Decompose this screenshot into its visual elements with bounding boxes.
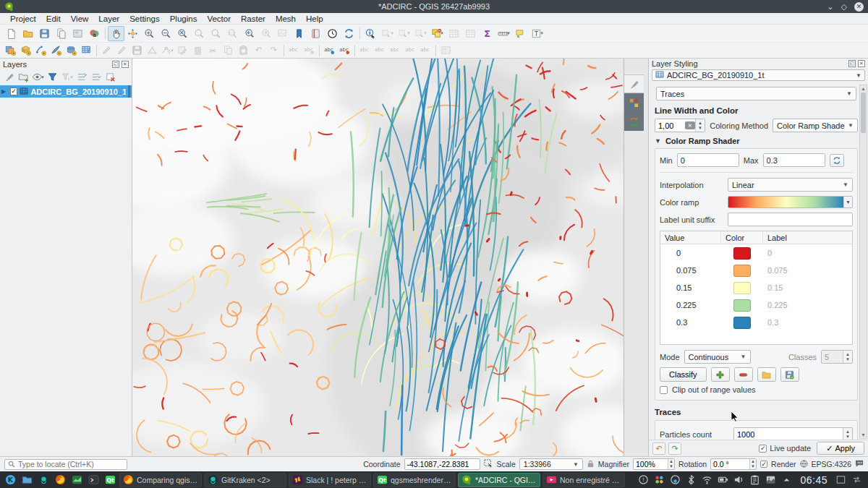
style-manager-button[interactable]: a bbox=[86, 26, 103, 41]
color-map-row[interactable]: 0.075 0.075 bbox=[660, 262, 852, 279]
clip-out-of-range-checkbox[interactable] bbox=[660, 386, 668, 394]
terminal-icon[interactable] bbox=[86, 473, 101, 487]
open-layer-styling-button[interactable] bbox=[2, 71, 16, 83]
undo-style-button[interactable]: ↶ bbox=[652, 442, 665, 455]
tray-notify-icon[interactable]: ! bbox=[638, 474, 649, 485]
add-raster-layer-button[interactable] bbox=[18, 43, 33, 57]
row-color-swatch[interactable] bbox=[721, 265, 763, 277]
manage-map-themes-button[interactable]: ▾ bbox=[31, 71, 45, 83]
pan-to-selection-button[interactable] bbox=[124, 26, 141, 41]
firefox-launcher-icon[interactable] bbox=[53, 473, 67, 487]
styling-layer-selector[interactable]: ADCIRC_BG_20190910_1t ▼ bbox=[652, 69, 865, 82]
scale-selector[interactable]: 1:33966 ▼ bbox=[519, 458, 583, 470]
map-tips-button[interactable] bbox=[512, 26, 529, 41]
redo-style-button[interactable]: ↷ bbox=[668, 442, 681, 455]
zoom-out-button[interactable]: − bbox=[158, 26, 174, 41]
toggle-extents-icon[interactable] bbox=[484, 459, 493, 470]
close-panel-icon[interactable]: ✕ bbox=[122, 61, 129, 68]
project-new-button[interactable] bbox=[3, 26, 20, 41]
min-input[interactable] bbox=[677, 153, 739, 167]
add-value-button[interactable] bbox=[711, 367, 730, 382]
color-map-row[interactable]: 0.3 0.3 bbox=[660, 314, 852, 331]
menu-settings[interactable]: Settings bbox=[125, 14, 164, 23]
messages-icon[interactable] bbox=[855, 459, 864, 469]
collapse-all-button[interactable] bbox=[89, 71, 103, 83]
close-panel-icon[interactable]: ✕ bbox=[858, 60, 865, 67]
taskbar-task[interactable]: Comparing qgis:mast... bbox=[119, 473, 202, 487]
close-button[interactable]: ✕ bbox=[854, 2, 864, 12]
color-map-row[interactable]: 0 0 bbox=[660, 244, 852, 262]
tray-volume-icon[interactable] bbox=[733, 474, 744, 485]
save-as-copy-button[interactable] bbox=[53, 26, 69, 41]
particles-count-input[interactable] bbox=[734, 430, 843, 439]
magnifier-input[interactable] bbox=[634, 460, 668, 468]
row-color-swatch[interactable] bbox=[721, 282, 763, 294]
zoom-last-button[interactable] bbox=[241, 26, 258, 41]
layout-manager-button[interactable] bbox=[69, 26, 86, 41]
taskbar-task[interactable]: *ADCIRC - QGIS 26427... bbox=[458, 473, 540, 487]
clock[interactable]: 06:45 bbox=[800, 474, 827, 486]
menu-layer[interactable]: Layer bbox=[94, 14, 124, 23]
add-point-layer-button[interactable] bbox=[33, 43, 48, 57]
zoom-in-button[interactable]: + bbox=[141, 26, 158, 41]
monitor-app-icon[interactable] bbox=[69, 473, 84, 487]
history-tab[interactable] bbox=[624, 112, 644, 131]
project-open-button[interactable] bbox=[20, 26, 36, 41]
apply-button[interactable]: ✓ Apply bbox=[817, 442, 864, 455]
undock-panel-icon[interactable]: ◱ bbox=[848, 60, 856, 67]
tray-apps-icon[interactable] bbox=[654, 474, 665, 485]
tray-bluetooth-icon[interactable] bbox=[686, 474, 697, 485]
zoom-full-button[interactable] bbox=[174, 26, 191, 41]
layer-visibility-checkbox[interactable]: ✓ bbox=[10, 87, 18, 95]
tray-image-icon[interactable] bbox=[765, 474, 776, 485]
menu-view[interactable]: View bbox=[67, 14, 93, 23]
renderer-selector[interactable]: Traces ▼ bbox=[656, 87, 856, 100]
expand-all-button[interactable] bbox=[75, 71, 88, 83]
gitkraken-launcher-icon[interactable] bbox=[36, 473, 51, 487]
symbology-tab[interactable] bbox=[624, 74, 644, 93]
collapse-arrow-icon[interactable]: ▼ bbox=[655, 137, 661, 145]
tray-arrows-icon[interactable] bbox=[851, 474, 862, 485]
menu-edit[interactable]: Edit bbox=[42, 14, 65, 23]
menu-raster[interactable]: Raster bbox=[237, 14, 270, 23]
mode-selector[interactable]: Continuous ▼ bbox=[684, 350, 751, 364]
coloring-method-selector[interactable]: Color Ramp Shader ▼ bbox=[773, 119, 858, 132]
menu-plugins[interactable]: Plugins bbox=[166, 14, 202, 23]
layer-diagram-button[interactable]: abc bbox=[337, 43, 352, 57]
menu-mesh[interactable]: Mesh bbox=[271, 14, 300, 23]
layer-item[interactable]: ▶ ✓ ADCIRC_BG_20190910_1t bbox=[0, 85, 132, 98]
tray-caretup-icon[interactable] bbox=[781, 474, 792, 485]
tray-geo-icon[interactable] bbox=[670, 474, 681, 485]
spin-buttons[interactable]: ▲▼ bbox=[695, 119, 705, 132]
menu-project[interactable]: Project bbox=[6, 14, 41, 23]
map-canvas[interactable] bbox=[132, 59, 624, 456]
remove-layer-button[interactable] bbox=[103, 71, 117, 83]
locator-input[interactable] bbox=[18, 460, 124, 468]
panel-scrollbar[interactable]: ▲ ▼ bbox=[859, 85, 867, 439]
color-map-row[interactable]: 0.15 0.15 bbox=[660, 279, 852, 296]
particles-count-spinbox[interactable]: ▲▼ bbox=[733, 427, 853, 440]
crs-status[interactable]: EPSG:4326 bbox=[812, 460, 851, 468]
expand-arrow-icon[interactable]: ▶ bbox=[1, 88, 8, 95]
statistical-summary-button[interactable]: Σ bbox=[479, 26, 495, 41]
add-mesh-layer-button[interactable] bbox=[79, 43, 94, 57]
spin-buttons[interactable]: ▲▼ bbox=[843, 428, 852, 440]
new-bookmark-button[interactable] bbox=[291, 26, 307, 41]
temporal-controller-button[interactable] bbox=[324, 26, 341, 41]
reload-min-max-button[interactable] bbox=[830, 154, 844, 167]
render-checkbox[interactable]: ✓ bbox=[760, 461, 767, 468]
max-input[interactable] bbox=[763, 153, 825, 167]
classify-button[interactable]: Classify bbox=[660, 367, 707, 382]
remove-value-button[interactable] bbox=[734, 367, 753, 382]
menu-help[interactable]: Help bbox=[302, 14, 328, 23]
taskbar-task[interactable]: GitKraken <2> bbox=[204, 473, 286, 487]
add-postgis-button[interactable] bbox=[64, 43, 79, 57]
file-manager-icon[interactable] bbox=[20, 473, 34, 487]
color-map-table[interactable]: Value Color Label 0 00.075 0.0750.15 0.1… bbox=[660, 231, 853, 345]
add-delimited-text-button[interactable] bbox=[48, 43, 64, 57]
rotation-spinbox[interactable]: ▲▼ bbox=[710, 458, 757, 470]
live-update-checkbox[interactable]: ✓ bbox=[759, 445, 767, 453]
mesh-3d-tab[interactable] bbox=[624, 93, 644, 112]
tray-wifi-icon[interactable] bbox=[702, 474, 712, 485]
layer-labeling-button[interactable]: abc bbox=[322, 43, 337, 57]
